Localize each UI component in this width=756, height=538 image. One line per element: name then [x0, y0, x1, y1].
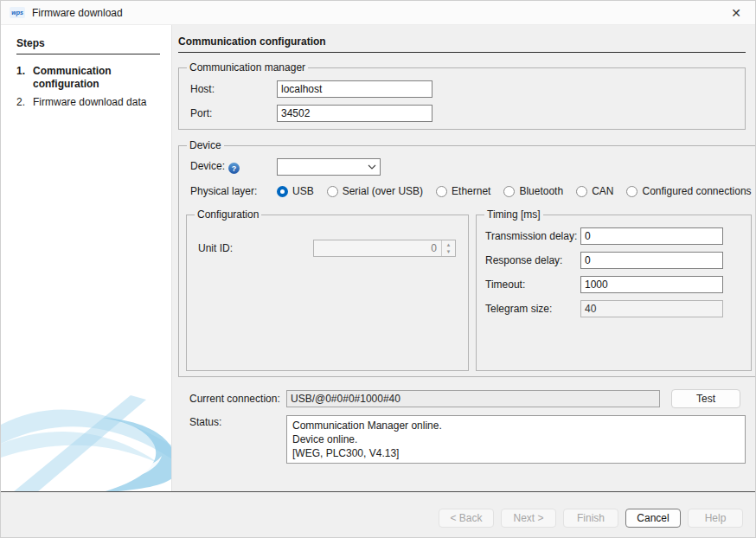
timing-group: Timing [ms] Transmission delay: Response…	[476, 208, 752, 371]
step-label: Communication configuration	[33, 65, 163, 91]
page-communication-configuration: Communication configuration Communicatio…	[172, 25, 756, 492]
radio-can[interactable]: CAN	[576, 185, 613, 197]
current-connection-label: Current connection:	[189, 393, 286, 405]
next-button[interactable]: Next >	[501, 509, 556, 528]
radio-unselected-icon	[503, 186, 515, 197]
step-item-communication-configuration: 1. Communication configuration	[16, 65, 163, 91]
physical-layer-label: Physical layer:	[190, 185, 277, 197]
radio-selected-icon	[277, 186, 288, 197]
device-group: Device Device:? Physical layer:	[178, 139, 756, 377]
radio-unselected-icon	[576, 186, 587, 197]
radio-bluetooth[interactable]: Bluetooth	[503, 185, 563, 197]
radio-ethernet[interactable]: Ethernet	[436, 185, 490, 197]
timing-legend: Timing [ms]	[484, 208, 543, 221]
close-icon[interactable]: ✕	[727, 4, 745, 22]
unit-id-value: 0	[314, 240, 441, 256]
status-label: Status:	[189, 415, 286, 428]
response-delay-label: Response delay:	[485, 254, 580, 266]
port-input[interactable]	[277, 105, 432, 122]
step-number: 2.	[16, 96, 33, 109]
stepper-arrows-icon: ▲▼	[441, 240, 455, 256]
communication-manager-group: Communication manager Host: Port:	[178, 61, 746, 130]
timeout-label: Timeout:	[485, 279, 580, 291]
transmission-delay-label: Transmission delay:	[485, 230, 580, 242]
test-button[interactable]: Test	[671, 389, 740, 408]
status-line: [WEG, PLC300, V4.13]	[292, 446, 740, 460]
communication-manager-legend: Communication manager	[187, 61, 308, 74]
help-button[interactable]: Help	[688, 509, 743, 528]
steps-list: 1. Communication configuration 2. Firmwa…	[16, 65, 163, 109]
chevron-down-icon	[364, 164, 380, 170]
device-legend: Device	[187, 139, 224, 151]
radio-unselected-icon	[436, 186, 447, 197]
telegram-size-label: Telegram size:	[485, 303, 580, 315]
unit-id-label: Unit ID:	[198, 242, 313, 254]
back-button[interactable]: < Back	[439, 509, 494, 528]
port-label: Port:	[190, 107, 277, 119]
step-item-firmware-download-data: 2. Firmware download data	[16, 96, 163, 109]
device-dropdown[interactable]	[277, 158, 381, 176]
radio-unselected-icon	[327, 186, 338, 197]
status-line: Device online.	[292, 432, 740, 446]
wizard-button-bar: < Back Next > Finish Cancel Help	[1, 491, 756, 538]
decorative-swoosh-graphic	[1, 395, 172, 492]
host-label: Host:	[190, 83, 277, 95]
finish-button[interactable]: Finish	[563, 509, 618, 528]
status-box: Communication Manager online. Device onl…	[286, 415, 746, 464]
window-title: Firmware download	[32, 7, 123, 19]
configuration-legend: Configuration	[195, 208, 261, 221]
status-line: Communication Manager online.	[292, 419, 740, 432]
timeout-input[interactable]	[580, 276, 723, 293]
radio-configured-connections[interactable]: Configured connections	[626, 185, 751, 197]
wps-logo-icon: wps	[10, 7, 25, 18]
cancel-button[interactable]: Cancel	[625, 509, 681, 528]
steps-sidebar: Steps 1. Communication configuration 2. …	[1, 25, 172, 492]
steps-header: Steps	[16, 37, 160, 54]
telegram-size-input	[580, 300, 723, 317]
page-title: Communication configuration	[178, 35, 746, 53]
device-label: Device:?	[190, 160, 277, 175]
title-bar: wps Firmware download ✕	[1, 1, 756, 25]
response-delay-input[interactable]	[580, 252, 723, 269]
unit-id-stepper: 0 ▲▼	[313, 240, 456, 257]
help-icon[interactable]: ?	[228, 163, 240, 174]
firmware-download-dialog: wps Firmware download ✕ Steps 1. Communi…	[0, 0, 756, 538]
step-label: Firmware download data	[33, 96, 163, 109]
radio-usb[interactable]: USB	[277, 185, 314, 197]
configuration-group: Configuration Unit ID: 0 ▲▼	[186, 208, 469, 371]
radio-unselected-icon	[626, 186, 637, 197]
current-connection-field	[286, 390, 660, 407]
host-input[interactable]	[277, 80, 432, 98]
transmission-delay-input[interactable]	[580, 227, 723, 245]
step-number: 1.	[16, 65, 33, 91]
radio-serial-over-usb[interactable]: Serial (over USB)	[327, 185, 423, 197]
physical-layer-radio-group: USB Serial (over USB) Ethernet Bluetooth	[277, 185, 752, 197]
